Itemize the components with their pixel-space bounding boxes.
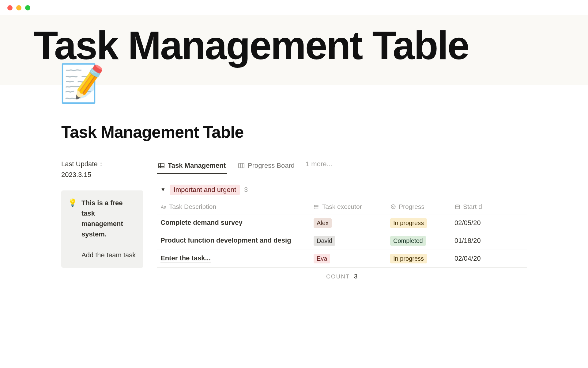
column-task-description[interactable]: Aa Task Description bbox=[160, 203, 314, 210]
group-label-pill[interactable]: Important and urgent bbox=[170, 185, 240, 195]
tab-task-management[interactable]: Task Management bbox=[157, 159, 227, 174]
lightbulb-icon: 💡 bbox=[68, 198, 77, 261]
view-tabs: Task Management Progress Board 1 more... bbox=[157, 159, 527, 174]
count-value: 3 bbox=[354, 273, 357, 280]
window-titlebar bbox=[0, 0, 588, 15]
window-close-icon[interactable] bbox=[7, 5, 13, 10]
cell-progress: Completed bbox=[390, 236, 426, 246]
callout-block: 💡 This is a free task management system.… bbox=[61, 190, 143, 268]
table-row[interactable]: Enter the task... Eva In progress 02/04/… bbox=[157, 250, 527, 268]
database-view: Task Management Progress Board 1 more... bbox=[157, 159, 527, 280]
collapse-toggle-icon[interactable]: ▼ bbox=[160, 187, 166, 193]
window-maximize-icon[interactable] bbox=[25, 5, 30, 10]
svg-rect-4 bbox=[239, 163, 244, 168]
last-update-value: 2023.3.15 bbox=[61, 171, 91, 178]
cell-description: Enter the task... bbox=[160, 254, 211, 263]
hero-title: Task Management Table bbox=[34, 25, 554, 67]
multiselect-property-icon bbox=[314, 204, 320, 210]
task-table: Aa Task Description Task executor bbox=[157, 201, 527, 268]
svg-point-11 bbox=[314, 206, 315, 207]
page-icon[interactable]: 📝 bbox=[61, 62, 103, 104]
svg-point-9 bbox=[314, 205, 315, 205]
group-count: 3 bbox=[244, 186, 248, 194]
group-header: ▼ Important and urgent 3 bbox=[157, 182, 527, 201]
svg-text:Aa: Aa bbox=[161, 204, 166, 209]
tabs-more[interactable]: 1 more... bbox=[306, 160, 332, 172]
select-property-icon bbox=[390, 204, 396, 210]
column-task-executor[interactable]: Task executor bbox=[314, 203, 390, 210]
cell-progress: In progress bbox=[390, 218, 427, 228]
callout-bold: This is a free task management system. bbox=[81, 199, 123, 238]
last-update-label: Last Update： bbox=[61, 160, 104, 168]
cell-executor: David bbox=[314, 236, 335, 246]
table-icon bbox=[158, 162, 165, 169]
board-icon bbox=[238, 162, 245, 169]
column-start-date[interactable]: Start d bbox=[454, 203, 516, 210]
page-title: Task Management Table bbox=[61, 122, 527, 141]
tab-label: Task Management bbox=[168, 162, 226, 170]
table-row[interactable]: Complete demand survey Alex In progress … bbox=[157, 214, 527, 232]
svg-point-13 bbox=[314, 208, 315, 208]
svg-rect-0 bbox=[159, 163, 164, 168]
cell-start-date: 01/18/20 bbox=[454, 237, 516, 245]
table-footer-count: COUNT 3 bbox=[157, 268, 527, 280]
left-sidebar: Last Update： 2023.3.15 💡 This is a free … bbox=[61, 159, 143, 268]
tab-progress-board[interactable]: Progress Board bbox=[237, 159, 296, 174]
cell-start-date: 02/04/20 bbox=[454, 255, 516, 263]
last-update: Last Update： 2023.3.15 bbox=[61, 159, 143, 180]
svg-point-14 bbox=[391, 205, 395, 209]
column-progress[interactable]: Progress bbox=[390, 203, 454, 210]
tab-label: Progress Board bbox=[248, 162, 295, 170]
window-minimize-icon[interactable] bbox=[16, 5, 21, 10]
table-row[interactable]: Product function development and desig D… bbox=[157, 232, 527, 250]
title-property-icon: Aa bbox=[160, 204, 167, 210]
cell-start-date: 02/05/20 bbox=[454, 219, 516, 227]
callout-rest: Add the team task bbox=[81, 251, 136, 259]
cell-executor: Alex bbox=[314, 218, 332, 228]
memo-icon: 📝 bbox=[59, 65, 105, 102]
cell-executor: Eva bbox=[314, 254, 330, 263]
table-body: Complete demand survey Alex In progress … bbox=[157, 214, 527, 268]
cell-progress: In progress bbox=[390, 254, 427, 263]
table-header: Aa Task Description Task executor bbox=[157, 201, 527, 214]
cell-description: Product function development and desig bbox=[160, 236, 291, 245]
cell-description: Complete demand survey bbox=[160, 219, 243, 227]
callout-text: This is a free task management system. A… bbox=[81, 198, 137, 261]
date-property-icon bbox=[454, 204, 461, 210]
svg-rect-15 bbox=[455, 205, 460, 209]
count-label: COUNT bbox=[326, 273, 350, 280]
